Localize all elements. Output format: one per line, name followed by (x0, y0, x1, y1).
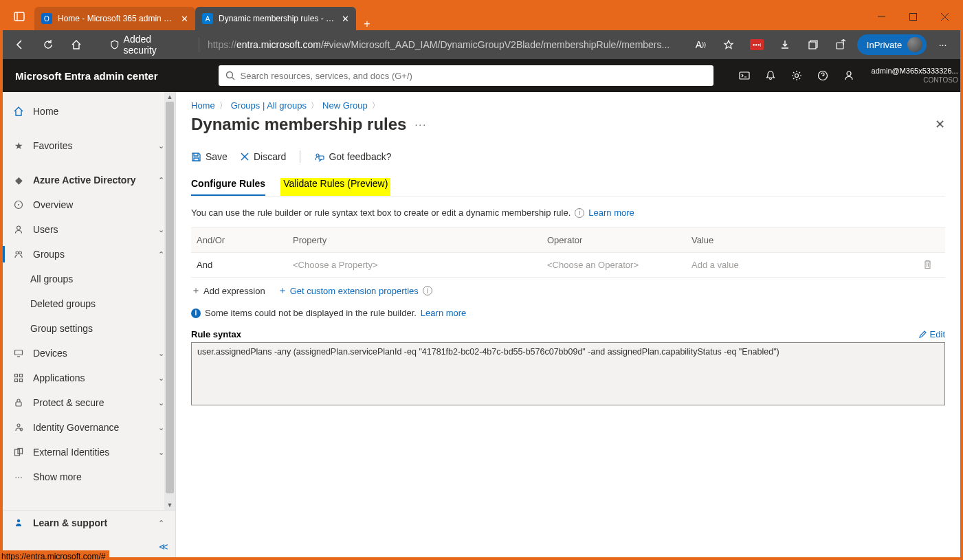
breadcrumb-groups[interactable]: Groups | All groups (231, 100, 307, 111)
sidebar-item-protect[interactable]: Protect & secure ⌄ (3, 390, 175, 415)
settings-icon[interactable] (785, 59, 808, 92)
learn-more-link[interactable]: Learn more (588, 208, 634, 218)
get-custom-properties-link[interactable]: ＋ Get custom extension properties i (278, 284, 432, 297)
portal-search[interactable] (219, 65, 713, 86)
security-badge[interactable]: Added security (104, 34, 190, 56)
inner-tabs: Configure Rules Validate Rules (Preview) (191, 178, 945, 197)
sidebar-item-groups[interactable]: Groups ⌃ (3, 242, 175, 267)
sidebar-item-applications[interactable]: Applications ⌄ (3, 366, 175, 390)
favorites-icon[interactable] (717, 32, 741, 57)
sidebar-sub-all-groups[interactable]: All groups (3, 267, 175, 291)
share-icon[interactable] (829, 32, 853, 57)
sidebar-sub-group-settings[interactable]: Group settings (3, 316, 175, 341)
svg-rect-22 (15, 374, 18, 377)
description-text: You can use the rule builder or rule syn… (191, 208, 571, 218)
delete-row-button[interactable] (918, 253, 945, 277)
address-bar[interactable]: https://entra.microsoft.com/#view/Micros… (208, 34, 680, 55)
browser-tab-m365[interactable]: O Home - Microsoft 365 admin cen ✕ (34, 7, 195, 30)
sidebar-sub-deleted-groups[interactable]: Deleted groups (3, 291, 175, 316)
sidebar-item-users[interactable]: Users ⌄ (3, 217, 175, 242)
browser-tab-entra[interactable]: A Dynamic membership rules - Mic ✕ (195, 7, 356, 30)
home-button[interactable] (65, 32, 89, 57)
extension-lastpass-icon[interactable]: ●●●| (745, 32, 769, 57)
sidebar-label: Users (33, 224, 58, 235)
more-icon[interactable]: ··· (931, 32, 955, 57)
svg-point-18 (16, 251, 19, 254)
read-aloud-icon[interactable]: A)) (689, 32, 713, 57)
breadcrumb-newgroup[interactable]: New Group (322, 100, 368, 111)
sidebar-item-identity-governance[interactable]: Identity Governance ⌄ (3, 415, 175, 440)
more-actions-icon[interactable]: ··· (414, 119, 427, 130)
cloud-shell-icon[interactable] (733, 59, 756, 92)
chevron-up-icon: ⌃ (156, 519, 166, 528)
svg-point-19 (19, 251, 22, 254)
more-icon: ··· (12, 471, 25, 482)
cell-andor[interactable]: And (191, 253, 287, 277)
downloads-icon[interactable] (773, 32, 797, 57)
lock-icon (12, 398, 25, 407)
col-operator: Operator (542, 228, 686, 252)
svg-point-13 (847, 71, 851, 76)
rule-syntax-text: user.assignedPlans -any (assignedPlan.se… (197, 347, 779, 357)
scroll-thumb[interactable] (166, 102, 174, 493)
scroll-down-icon[interactable]: ▼ (164, 500, 175, 510)
cell-value[interactable]: Add a value (686, 253, 918, 277)
sidebar-item-aad[interactable]: ◆ Azure Active Directory ⌃ (3, 168, 175, 192)
tab-actions-icon[interactable] (7, 3, 32, 30)
rule-builder-table: And/Or Property Operator Value And <Choo… (191, 227, 945, 278)
svg-point-11 (795, 74, 798, 78)
governance-icon (12, 423, 25, 432)
refresh-button[interactable] (36, 32, 60, 57)
search-input[interactable] (241, 71, 707, 81)
sidebar-label: External Identities (33, 447, 109, 458)
devices-icon (12, 348, 25, 358)
info-icon[interactable]: i (423, 286, 432, 295)
close-tab-icon[interactable]: ✕ (181, 14, 188, 24)
sidebar-label: Overview (33, 199, 73, 210)
security-label: Added security (124, 34, 185, 56)
sidebar-label: Protect & secure (33, 397, 104, 408)
sidebar-item-devices[interactable]: Devices ⌄ (3, 341, 175, 366)
portal-user[interactable]: admin@M365x5333326... CONTOSO (872, 65, 963, 86)
edit-rule-syntax-button[interactable]: Edit (918, 329, 945, 339)
overview-icon (12, 200, 25, 210)
new-tab-button[interactable]: + (356, 18, 378, 30)
scroll-up-icon[interactable]: ▲ (164, 92, 175, 102)
feedback-button[interactable]: Got feedback? (314, 151, 391, 162)
add-expression-button[interactable]: ＋ Add expression (191, 284, 265, 297)
window-close-button[interactable] (929, 3, 960, 30)
sidebar-item-favorites[interactable]: ★ Favorites ⌄ (3, 133, 175, 158)
back-button[interactable] (8, 32, 32, 57)
save-button[interactable]: Save (191, 151, 228, 162)
sidebar-item-home[interactable]: Home (3, 99, 175, 124)
sidebar-item-external-identities[interactable]: External Identities ⌄ (3, 440, 175, 464)
discard-button[interactable]: Discard (240, 151, 286, 162)
sidebar-item-learn[interactable]: Learn & support ⌃ (3, 511, 175, 535)
notifications-icon[interactable] (759, 59, 782, 92)
close-tab-icon[interactable]: ✕ (342, 14, 349, 24)
diamond-icon: ◆ (12, 175, 25, 186)
close-blade-button[interactable]: ✕ (935, 117, 945, 132)
breadcrumb-home[interactable]: Home (191, 100, 215, 111)
help-icon[interactable] (811, 59, 834, 92)
sidebar-item-show-more[interactable]: ··· Show more (3, 464, 175, 489)
rule-syntax-textbox[interactable]: user.assignedPlans -any (assignedPlan.se… (191, 342, 945, 405)
tab-validate-rules[interactable]: Validate Rules (Preview) (280, 178, 390, 196)
tab-configure-rules[interactable]: Configure Rules (191, 178, 265, 196)
svg-point-31 (17, 519, 20, 522)
cell-property[interactable]: <Choose a Property> (287, 253, 542, 277)
info-learn-more-link[interactable]: Learn more (421, 308, 466, 318)
apps-icon (12, 373, 25, 383)
feedback-icon[interactable] (837, 59, 861, 92)
sidebar-scrollbar[interactable]: ▲ ▼ (164, 92, 175, 510)
cell-operator[interactable]: <Choose an Operator> (542, 253, 686, 277)
info-text: Some items could not be displayed in the… (205, 308, 417, 318)
collections-icon[interactable] (801, 32, 825, 57)
plus-icon: ＋ (278, 284, 287, 297)
sidebar-item-overview[interactable]: Overview (3, 192, 175, 217)
inprivate-badge[interactable]: InPrivate (857, 34, 927, 55)
window-maximize-button[interactable] (897, 3, 929, 30)
info-icon[interactable]: i (575, 208, 584, 218)
window-minimize-button[interactable] (865, 3, 897, 30)
svg-rect-7 (837, 43, 843, 49)
